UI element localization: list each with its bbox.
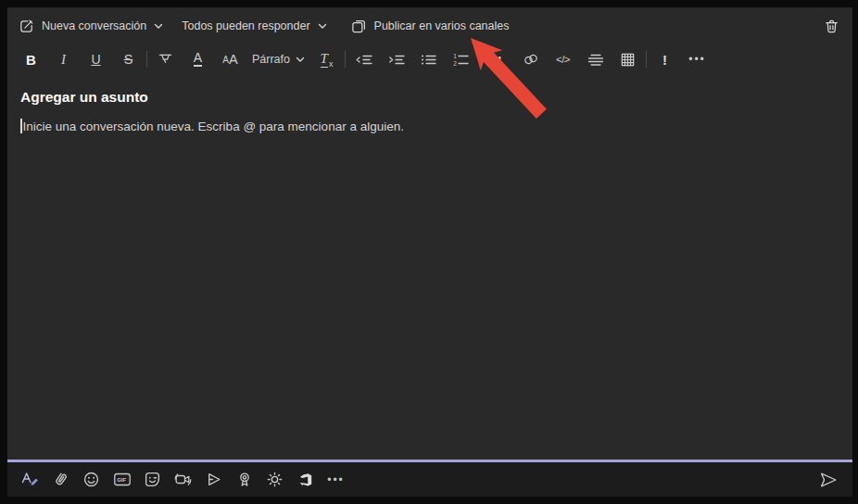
highlight-button[interactable] — [149, 46, 182, 72]
quote-icon: ” — [495, 51, 501, 68]
code-snippet-button[interactable]: </> — [547, 46, 579, 72]
code-icon: </> — [556, 54, 570, 65]
send-icon — [819, 471, 838, 489]
outdent-icon — [355, 53, 373, 67]
message-input[interactable]: Inicie una conversación nueva. Escriba @… — [20, 119, 839, 133]
important-icon: ! — [662, 52, 667, 68]
highlighter-icon — [158, 52, 173, 68]
font-size-button[interactable]: AA — [214, 46, 246, 72]
font-color-icon: A — [194, 52, 202, 67]
formatting-toolbar: B I U S A AA Párrafo Tx — [7, 44, 852, 74]
post-multiple-channels-label: Publicar en varios canales — [374, 19, 510, 32]
emoji-button[interactable] — [78, 466, 105, 493]
quote-button[interactable]: ” — [482, 46, 514, 72]
devops-app-icon — [297, 472, 314, 488]
insert-link-button[interactable] — [514, 46, 547, 72]
bold-icon: B — [26, 52, 36, 68]
paperclip-icon — [52, 471, 69, 488]
indent-button[interactable] — [380, 46, 412, 72]
send-message-button[interactable] — [814, 466, 841, 493]
gif-icon: GIF — [113, 471, 132, 488]
compose-icon — [19, 19, 34, 34]
attach-file-button[interactable] — [47, 466, 74, 493]
video-camera-icon — [173, 471, 193, 488]
top-bar: Nueva conversación Todos pueden responde… — [7, 7, 852, 44]
format-pen-icon — [20, 471, 40, 488]
meet-now-button[interactable] — [170, 466, 196, 493]
chevron-down-icon — [154, 23, 163, 30]
link-icon — [523, 51, 539, 68]
message-placeholder: Inicie una conversación nueva. Escriba @… — [23, 120, 404, 133]
reply-permission-label: Todos pueden responder — [182, 19, 309, 32]
more-apps-icon: ••• — [327, 473, 345, 486]
subject-input[interactable]: Agregar un asunto — [20, 89, 839, 106]
underline-button[interactable]: U — [80, 46, 112, 72]
italic-icon: I — [61, 52, 66, 68]
teams-compose-window: Nueva conversación Todos pueden responde… — [7, 7, 852, 497]
new-conversation-dropdown[interactable]: Nueva conversación — [19, 19, 163, 34]
clear-format-icon: T — [321, 51, 328, 68]
outdent-button[interactable] — [347, 46, 380, 72]
table-icon — [620, 52, 636, 68]
trash-icon — [824, 19, 839, 34]
indent-icon — [387, 53, 406, 67]
gif-button[interactable]: GIF — [108, 466, 135, 493]
strikethrough-icon: S — [124, 52, 133, 67]
font-size-icon: A — [222, 55, 229, 65]
praise-button[interactable] — [231, 466, 258, 493]
svg-text:GIF: GIF — [117, 477, 126, 483]
paragraph-format-button[interactable] — [579, 46, 612, 72]
toolbar-separator — [345, 51, 346, 68]
italic-button[interactable]: I — [47, 46, 80, 72]
format-toggle-button[interactable] — [17, 466, 44, 493]
post-multiple-channels-button[interactable]: Publicar en varios canales — [351, 19, 510, 34]
reply-permission-dropdown[interactable]: Todos pueden responder — [182, 19, 326, 32]
screenshot-frame: Nueva conversación Todos pueden responde… — [0, 0, 858, 504]
toolbar-separator — [646, 51, 647, 68]
more-options-icon: ••• — [688, 53, 706, 66]
paragraph-style-label: Párrafo — [252, 53, 290, 66]
paragraph-lines-icon — [587, 53, 604, 67]
mark-important-button[interactable]: ! — [649, 46, 681, 72]
messaging-extensions-button[interactable]: ••• — [322, 466, 349, 493]
numbered-list-button[interactable]: 1 2 — [445, 46, 477, 72]
stream-play-icon — [205, 471, 222, 488]
praise-ribbon-icon — [236, 471, 253, 488]
text-cursor — [20, 119, 22, 133]
svg-text:1: 1 — [453, 53, 457, 59]
paragraph-style-dropdown[interactable]: Párrafo — [246, 46, 310, 72]
chevron-down-icon — [318, 23, 327, 30]
strikethrough-button[interactable]: S — [112, 46, 145, 72]
bullet-list-icon — [420, 53, 437, 67]
message-body-area[interactable] — [7, 133, 852, 460]
sun-icon — [266, 471, 284, 488]
sticker-button[interactable] — [139, 466, 166, 493]
clear-format-button[interactable]: Tx — [310, 46, 343, 72]
bottom-toolbar: GIF — [7, 462, 852, 497]
sun-app-button[interactable] — [261, 466, 288, 493]
numbered-list-icon: 1 2 — [452, 53, 470, 67]
multi-channel-icon — [351, 19, 367, 34]
sticker-icon — [144, 471, 161, 488]
more-format-options-button[interactable]: ••• — [681, 46, 713, 72]
bullet-list-button[interactable] — [412, 46, 445, 72]
delete-draft-button[interactable] — [824, 19, 839, 34]
chevron-down-icon — [296, 57, 305, 63]
underline-icon: U — [91, 52, 100, 67]
emoji-icon — [82, 471, 100, 488]
toolbar-separator — [479, 51, 480, 68]
bold-button[interactable]: B — [15, 46, 47, 72]
new-conversation-label: Nueva conversación — [42, 19, 146, 32]
svg-text:2: 2 — [453, 60, 457, 67]
toolbar-separator — [146, 51, 147, 68]
devops-app-button[interactable] — [292, 466, 319, 493]
insert-table-button[interactable] — [612, 46, 644, 72]
stream-button[interactable] — [200, 466, 227, 493]
font-color-button[interactable]: A — [182, 46, 214, 72]
